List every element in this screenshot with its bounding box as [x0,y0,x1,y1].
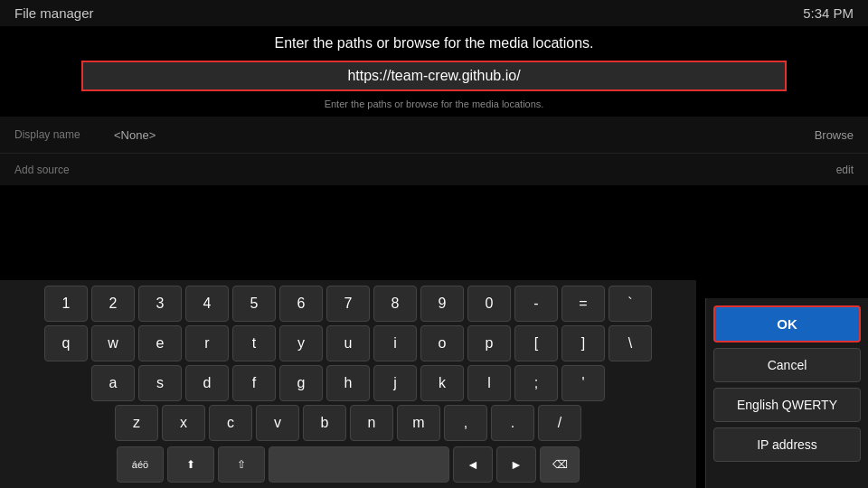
key-8[interactable]: 8 [373,286,417,322]
key-x[interactable]: x [162,405,205,441]
key-row-numbers: 1 2 3 4 5 6 7 8 9 0 - = ` [0,286,696,322]
key-l[interactable]: l [467,365,511,401]
key-5[interactable]: 5 [232,286,276,322]
edit-label[interactable]: edit [836,164,854,176]
display-name-value: <None> [114,128,797,142]
key-v[interactable]: v [256,405,299,441]
key-p[interactable]: p [467,325,511,361]
input-container [0,57,868,95]
key-s[interactable]: s [138,365,182,401]
key-i[interactable]: i [373,325,417,361]
key-row-asdf: a s d f g h j k l ; ' [0,365,696,401]
key-row-zxcv: z x c v b n m , . / [0,405,696,441]
key-u[interactable]: u [326,325,370,361]
key-y[interactable]: y [279,325,323,361]
browse-button[interactable]: Browse [815,128,854,142]
key-3[interactable]: 3 [138,286,182,322]
key-h[interactable]: h [326,365,370,401]
key-backtick[interactable]: ` [609,286,652,322]
key-q[interactable]: q [44,325,88,361]
key-backslash[interactable]: \ [609,325,652,361]
cancel-button[interactable]: Cancel [713,348,861,382]
key-a[interactable]: a [91,365,135,401]
dialog-instruction: Enter the paths or browse for the media … [0,26,868,57]
key-4[interactable]: 4 [185,286,229,322]
key-1[interactable]: 1 [44,286,88,322]
key-space[interactable] [269,446,449,483]
key-g[interactable]: g [279,365,323,401]
key-delete[interactable]: ⌫ [540,446,580,483]
key-9[interactable]: 9 [420,286,464,322]
key-0[interactable]: 0 [467,286,511,322]
key-f[interactable]: f [232,365,276,401]
key-t[interactable]: t [232,325,276,361]
url-input-wrapper [81,61,787,91]
ok-button[interactable]: OK [713,305,861,343]
key-apostrophe[interactable]: ' [561,365,605,401]
add-source-label: Add source [14,164,96,176]
key-2[interactable]: 2 [91,286,135,322]
keyboard: 1 2 3 4 5 6 7 8 9 0 - = ` q w e r t y u … [0,280,696,488]
header-title: File manager [14,5,94,21]
key-z[interactable]: z [115,405,158,441]
key-r[interactable]: r [185,325,229,361]
key-period[interactable]: . [491,405,534,441]
header-time: 5:34 PM [803,5,854,21]
key-rbracket[interactable]: ] [561,325,605,361]
key-d[interactable]: d [185,365,229,401]
right-panel: OK Cancel English QWERTY IP address [705,298,868,488]
key-row-bottom: áéö ⬆ ⇧ ◄ ► ⌫ [0,445,696,484]
key-lbracket[interactable]: [ [514,325,558,361]
middle-row-1: Display name <None> Browse [0,117,868,153]
key-semicolon[interactable]: ; [514,365,558,401]
key-e[interactable]: e [138,325,182,361]
key-comma[interactable]: , [444,405,487,441]
display-name-label: Display name [14,128,96,141]
key-slash[interactable]: / [538,405,581,441]
key-minus[interactable]: - [514,286,558,322]
key-c[interactable]: c [209,405,252,441]
middle-row-2: Add source edit [0,153,868,185]
key-right-arrow[interactable]: ► [496,446,536,483]
sub-instruction: Enter the paths or browse for the media … [0,95,868,117]
key-w[interactable]: w [91,325,135,361]
key-row-qwerty: q w e r t y u i o p [ ] \ [0,325,696,361]
url-input[interactable] [83,62,785,89]
key-7[interactable]: 7 [326,286,370,322]
key-left-arrow[interactable]: ◄ [453,446,493,483]
key-special-chars[interactable]: áéö [117,446,164,483]
key-shift[interactable]: ⇧ [218,446,265,483]
key-j[interactable]: j [373,365,417,401]
key-6[interactable]: 6 [279,286,323,322]
key-symbol[interactable]: ⬆ [167,446,214,483]
key-equals[interactable]: = [561,286,605,322]
key-o[interactable]: o [420,325,464,361]
header: File manager 5:34 PM [0,0,868,26]
key-n[interactable]: n [350,405,393,441]
key-k[interactable]: k [420,365,464,401]
ip-address-button[interactable]: IP address [713,427,861,462]
keyboard-type-button[interactable]: English QWERTY [713,388,861,422]
key-b[interactable]: b [303,405,346,441]
key-m[interactable]: m [397,405,440,441]
